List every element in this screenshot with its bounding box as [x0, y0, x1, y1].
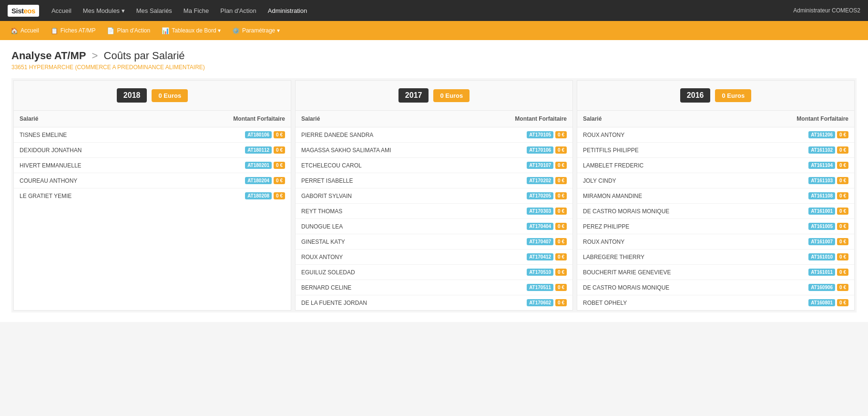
at-badge[interactable]: AT180204	[245, 177, 272, 184]
at-badge[interactable]: AT161104	[808, 162, 835, 169]
at-badge[interactable]: AT170412	[527, 253, 553, 260]
at-badge[interactable]: AT161001	[808, 208, 835, 215]
euro-badge: 0 €	[555, 131, 567, 138]
at-badge[interactable]: AT180106	[245, 131, 272, 138]
nav-mes-salaries[interactable]: Mes Salariés	[135, 5, 173, 16]
at-badge[interactable]: AT170510	[527, 269, 553, 276]
nav-accueil[interactable]: Accueil	[51, 5, 72, 16]
table-row: ROUX ANTONY AT161007 0 €	[577, 234, 854, 250]
euro-badge: 0 €	[274, 177, 285, 184]
home-icon: 🏠	[10, 27, 18, 34]
nav-mes-modules[interactable]: Mes Modules ▾	[82, 5, 126, 16]
plan-icon: 📄	[107, 27, 114, 34]
euro-badge: 0 €	[837, 284, 848, 291]
year-badge-2016: 2016	[680, 88, 711, 103]
euro-badge: 0 €	[274, 131, 285, 138]
at-badge[interactable]: AT160906	[808, 284, 835, 291]
table-row: DE LA FUENTE JORDAN AT170602 0 €	[296, 295, 572, 311]
at-badge[interactable]: AT170407	[527, 238, 553, 245]
col-header-salarie-2017: Salarié	[296, 111, 466, 127]
at-badge[interactable]: AT161005	[808, 223, 835, 230]
at-badge[interactable]: AT161206	[808, 131, 835, 138]
euro-badge: 0 €	[837, 177, 848, 184]
table-2016: Salarié Montant Forfaitaire ROUX ANTONY …	[577, 111, 854, 310]
salarie-name: PERRET ISABELLE	[296, 173, 466, 188]
nav-plan-action[interactable]: Plan d'Action	[219, 5, 257, 16]
table-row: ROBET OPHELY AT160801 0 €	[577, 295, 854, 311]
at-badge[interactable]: AT161011	[808, 269, 835, 276]
gear-icon: ⚙️	[232, 27, 240, 34]
sec-nav-tableaux-bord[interactable]: 📊 Tableaux de Bord ▾	[157, 24, 225, 37]
at-badge[interactable]: AT161102	[808, 146, 835, 154]
table-row: ETCHELECOU CAROL AT170107 0 €	[296, 158, 572, 173]
at-badge[interactable]: AT161010	[808, 253, 835, 260]
at-badge[interactable]: AT170105	[527, 131, 553, 138]
user-info: Administrateur COMEOS2	[793, 7, 860, 14]
logo[interactable]: Sisteos	[8, 5, 39, 17]
salarie-name: TISNES EMELINE	[14, 127, 163, 143]
table-row: MIRAMON AMANDINE AT161108 0 €	[577, 188, 854, 204]
year-badge-2018: 2018	[117, 88, 147, 103]
at-badge[interactable]: AT161007	[808, 238, 835, 245]
salarie-name: PEREZ PHILIPPE	[577, 219, 746, 234]
table-row: BERNARD CELINE AT170511 0 €	[296, 280, 572, 295]
salarie-name: MAGASSA SAKHO SALIMATA AMI	[296, 143, 466, 158]
salarie-name: ROUX ANTONY	[577, 127, 746, 143]
col-header-montant-2016: Montant Forfaitaire	[746, 111, 854, 127]
salarie-name: LABREGERE THIERRY	[577, 250, 746, 265]
salarie-name: ROBET OPHELY	[577, 295, 746, 311]
euro-badge: 0 €	[555, 177, 567, 184]
table-row: COUREAU ANTHONY AT180204 0 €	[14, 173, 291, 188]
at-badge[interactable]: AT170404	[527, 223, 553, 230]
at-badge[interactable]: AT170106	[527, 146, 553, 154]
year-header-2017: 2017 0 Euros	[296, 81, 572, 111]
column-2016: 2016 0 Euros Salarié Montant Forfaitaire…	[577, 80, 855, 311]
euro-badge: 0 €	[555, 146, 567, 154]
salarie-name: MIRAMON AMANDINE	[577, 188, 746, 204]
table-row: EGUILUZ SOLEDAD AT170510 0 €	[296, 265, 572, 280]
at-badge[interactable]: AT180208	[245, 192, 272, 199]
salarie-name: REYT THOMAS	[296, 204, 466, 219]
table-row: MAGASSA SAKHO SALIMATA AMI AT170106 0 €	[296, 143, 572, 158]
sec-nav-fiches-atmp[interactable]: 📋 Fiches AT/MP	[46, 24, 101, 37]
page-content: Analyse AT/MP > Coûts par Salarié 33651 …	[0, 40, 868, 322]
table-2018: Salarié Montant Forfaitaire TISNES EMELI…	[14, 111, 291, 203]
at-badge[interactable]: AT180201	[245, 162, 272, 169]
euros-badge-2017: 0 Euros	[433, 89, 470, 102]
euro-badge: 0 €	[555, 238, 567, 245]
nav-administration[interactable]: Administration	[267, 5, 308, 16]
euro-badge: 0 €	[555, 269, 567, 276]
col-header-salarie-2018: Salarié	[14, 111, 163, 127]
nav-ma-fiche[interactable]: Ma Fiche	[183, 5, 210, 16]
at-badge[interactable]: AT170602	[527, 299, 553, 306]
table-row: PIERRE DANEDE SANDRA AT170105 0 €	[296, 127, 572, 143]
year-header-2016: 2016 0 Euros	[577, 81, 854, 111]
euro-badge: 0 €	[274, 192, 285, 199]
page-title: Analyse AT/MP > Coûts par Salarié	[11, 50, 857, 62]
sec-nav-plan-action[interactable]: 📄 Plan d'Action	[102, 24, 155, 37]
table-row: LAMBELET FREDERIC AT161104 0 €	[577, 158, 854, 173]
salarie-name: ROUX ANTONY	[577, 234, 746, 250]
at-badge[interactable]: AT161108	[808, 192, 835, 199]
at-badge[interactable]: AT170511	[527, 284, 553, 291]
sec-nav-accueil[interactable]: 🏠 Accueil	[6, 24, 44, 37]
at-badge[interactable]: AT161103	[808, 177, 835, 184]
top-navigation: Sisteos Accueil Mes Modules ▾ Mes Salari…	[0, 0, 868, 21]
euro-badge: 0 €	[837, 208, 848, 215]
table-row: ROUX ANTONY AT161206 0 €	[577, 127, 854, 143]
sec-nav-parametrage[interactable]: ⚙️ Paramétrage ▾	[227, 24, 285, 37]
at-badge[interactable]: AT180112	[245, 146, 272, 154]
at-badge[interactable]: AT170205	[527, 192, 553, 199]
euro-badge: 0 €	[837, 131, 848, 138]
col-header-montant-2017: Montant Forfaitaire	[466, 111, 572, 127]
at-badge[interactable]: AT170202	[527, 177, 553, 184]
salarie-name: JOLY CINDY	[577, 173, 746, 188]
table-row: ROUX ANTONY AT170412 0 €	[296, 250, 572, 265]
at-badge[interactable]: AT170303	[527, 208, 553, 215]
euro-badge: 0 €	[555, 253, 567, 260]
at-badge[interactable]: AT160801	[808, 299, 835, 306]
salarie-name: GABORIT SYLVAIN	[296, 188, 466, 204]
table-row: DEXIDOUR JONATHAN AT180112 0 €	[14, 143, 291, 158]
at-badge[interactable]: AT170107	[527, 162, 553, 169]
salarie-name: COUREAU ANTHONY	[14, 173, 163, 188]
